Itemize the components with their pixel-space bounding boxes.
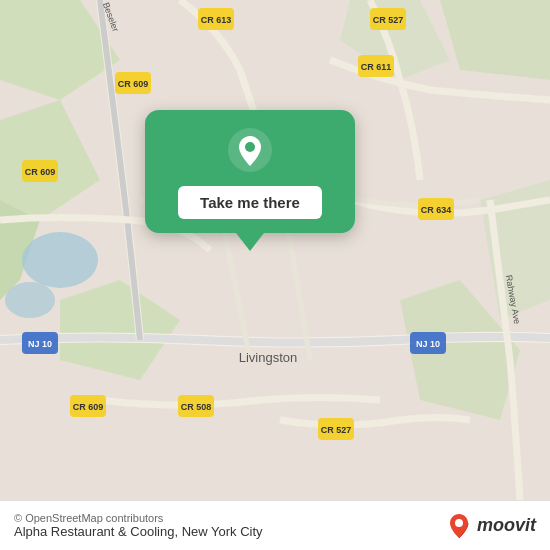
svg-text:CR 609: CR 609	[118, 79, 149, 89]
svg-text:NJ 10: NJ 10	[416, 339, 440, 349]
svg-text:CR 609: CR 609	[73, 402, 104, 412]
svg-text:CR 609: CR 609	[25, 167, 56, 177]
map-popup: Take me there	[145, 110, 355, 233]
svg-point-10	[5, 282, 55, 318]
svg-text:CR 613: CR 613	[201, 15, 232, 25]
location-pin-icon	[228, 128, 272, 172]
take-me-there-button[interactable]: Take me there	[178, 186, 322, 219]
location-text: Alpha Restaurant & Cooling, New York Cit…	[14, 524, 263, 539]
svg-text:NJ 10: NJ 10	[28, 339, 52, 349]
svg-point-9	[22, 232, 98, 288]
svg-point-38	[455, 519, 463, 527]
map-container: CR 613 CR 609 CR 609 CR 527 CR 611 CR 63…	[0, 0, 550, 500]
map-background: CR 613 CR 609 CR 609 CR 527 CR 611 CR 63…	[0, 0, 550, 500]
copyright-text: © OpenStreetMap contributors	[14, 512, 263, 524]
svg-text:CR 611: CR 611	[361, 62, 392, 72]
svg-text:CR 634: CR 634	[421, 205, 452, 215]
svg-text:CR 508: CR 508	[181, 402, 212, 412]
svg-text:CR 527: CR 527	[321, 425, 352, 435]
svg-text:CR 527: CR 527	[373, 15, 404, 25]
svg-text:Livingston: Livingston	[239, 350, 298, 365]
bottom-bar: © OpenStreetMap contributors Alpha Resta…	[0, 500, 550, 550]
moovit-brand-text: moovit	[477, 515, 536, 536]
moovit-logo: moovit	[445, 512, 536, 540]
moovit-pin-icon	[445, 512, 473, 540]
bottom-left-content: © OpenStreetMap contributors Alpha Resta…	[14, 512, 263, 539]
bottom-left-section: © OpenStreetMap contributors Alpha Resta…	[14, 512, 263, 539]
svg-point-37	[245, 142, 255, 152]
